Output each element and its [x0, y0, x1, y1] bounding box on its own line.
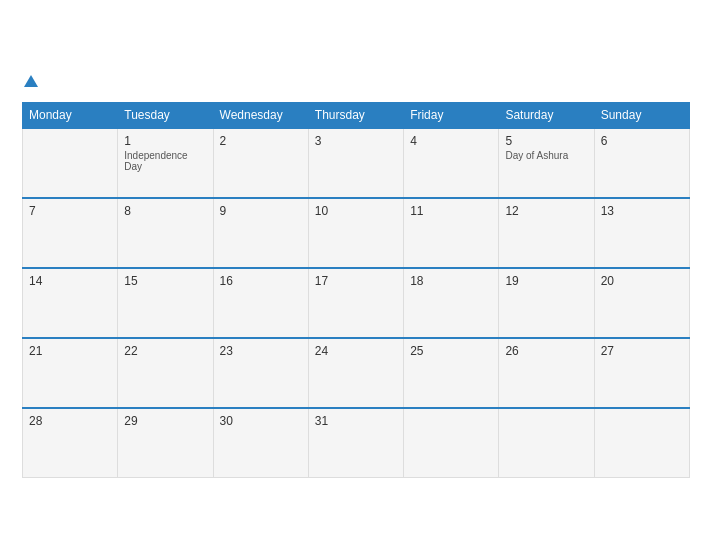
day-number: 17 — [315, 274, 397, 288]
calendar-cell: 7 — [23, 198, 118, 268]
day-number: 8 — [124, 204, 206, 218]
logo-line1 — [22, 72, 38, 90]
day-number: 19 — [505, 274, 587, 288]
holiday-name: Independence Day — [124, 150, 206, 172]
calendar-cell: 26 — [499, 338, 594, 408]
day-number: 20 — [601, 274, 683, 288]
calendar-cell: 15 — [118, 268, 213, 338]
calendar-cell: 9 — [213, 198, 308, 268]
day-number: 15 — [124, 274, 206, 288]
day-number: 10 — [315, 204, 397, 218]
calendar-cell: 19 — [499, 268, 594, 338]
day-number: 28 — [29, 414, 111, 428]
logo — [22, 72, 38, 90]
day-number: 16 — [220, 274, 302, 288]
calendar-header-row: MondayTuesdayWednesdayThursdayFridaySatu… — [23, 102, 690, 128]
days-of-week-row: MondayTuesdayWednesdayThursdayFridaySatu… — [23, 102, 690, 128]
calendar-cell: 3 — [308, 128, 403, 198]
calendar-container: MondayTuesdayWednesdayThursdayFridaySatu… — [6, 56, 706, 494]
calendar-cell: 21 — [23, 338, 118, 408]
calendar-cell: 31 — [308, 408, 403, 478]
calendar-cell: 11 — [404, 198, 499, 268]
column-header-monday: Monday — [23, 102, 118, 128]
day-number: 5 — [505, 134, 587, 148]
day-number: 23 — [220, 344, 302, 358]
calendar-cell: 12 — [499, 198, 594, 268]
calendar-cell: 18 — [404, 268, 499, 338]
calendar-body: 1Independence Day2345Day of Ashura678910… — [23, 128, 690, 478]
calendar-cell: 29 — [118, 408, 213, 478]
calendar-cell — [404, 408, 499, 478]
calendar-cell: 25 — [404, 338, 499, 408]
week-row-2: 78910111213 — [23, 198, 690, 268]
calendar-cell: 10 — [308, 198, 403, 268]
calendar-cell: 14 — [23, 268, 118, 338]
column-header-friday: Friday — [404, 102, 499, 128]
column-header-thursday: Thursday — [308, 102, 403, 128]
calendar-cell — [594, 408, 689, 478]
day-number: 22 — [124, 344, 206, 358]
calendar-cell: 30 — [213, 408, 308, 478]
column-header-sunday: Sunday — [594, 102, 689, 128]
day-number: 29 — [124, 414, 206, 428]
calendar-cell: 17 — [308, 268, 403, 338]
day-number: 4 — [410, 134, 492, 148]
day-number: 18 — [410, 274, 492, 288]
day-number: 2 — [220, 134, 302, 148]
day-number: 7 — [29, 204, 111, 218]
calendar-header — [22, 72, 690, 90]
day-number: 21 — [29, 344, 111, 358]
day-number: 30 — [220, 414, 302, 428]
calendar-cell — [23, 128, 118, 198]
week-row-1: 1Independence Day2345Day of Ashura6 — [23, 128, 690, 198]
logo-triangle-icon — [24, 75, 38, 87]
column-header-tuesday: Tuesday — [118, 102, 213, 128]
calendar-cell: 24 — [308, 338, 403, 408]
day-number: 13 — [601, 204, 683, 218]
day-number: 31 — [315, 414, 397, 428]
day-number: 6 — [601, 134, 683, 148]
calendar-table: MondayTuesdayWednesdayThursdayFridaySatu… — [22, 102, 690, 479]
day-number: 9 — [220, 204, 302, 218]
day-number: 12 — [505, 204, 587, 218]
calendar-cell: 28 — [23, 408, 118, 478]
calendar-cell: 4 — [404, 128, 499, 198]
day-number: 24 — [315, 344, 397, 358]
calendar-cell: 20 — [594, 268, 689, 338]
day-number: 14 — [29, 274, 111, 288]
week-row-3: 14151617181920 — [23, 268, 690, 338]
calendar-cell: 16 — [213, 268, 308, 338]
calendar-cell: 8 — [118, 198, 213, 268]
day-number: 1 — [124, 134, 206, 148]
calendar-cell: 23 — [213, 338, 308, 408]
calendar-cell: 22 — [118, 338, 213, 408]
day-number: 3 — [315, 134, 397, 148]
week-row-5: 28293031 — [23, 408, 690, 478]
calendar-cell: 5Day of Ashura — [499, 128, 594, 198]
day-number: 27 — [601, 344, 683, 358]
calendar-cell: 6 — [594, 128, 689, 198]
calendar-cell: 27 — [594, 338, 689, 408]
column-header-wednesday: Wednesday — [213, 102, 308, 128]
day-number: 26 — [505, 344, 587, 358]
column-header-saturday: Saturday — [499, 102, 594, 128]
calendar-cell: 13 — [594, 198, 689, 268]
calendar-cell: 1Independence Day — [118, 128, 213, 198]
holiday-name: Day of Ashura — [505, 150, 587, 161]
day-number: 25 — [410, 344, 492, 358]
calendar-cell — [499, 408, 594, 478]
day-number: 11 — [410, 204, 492, 218]
calendar-cell: 2 — [213, 128, 308, 198]
week-row-4: 21222324252627 — [23, 338, 690, 408]
